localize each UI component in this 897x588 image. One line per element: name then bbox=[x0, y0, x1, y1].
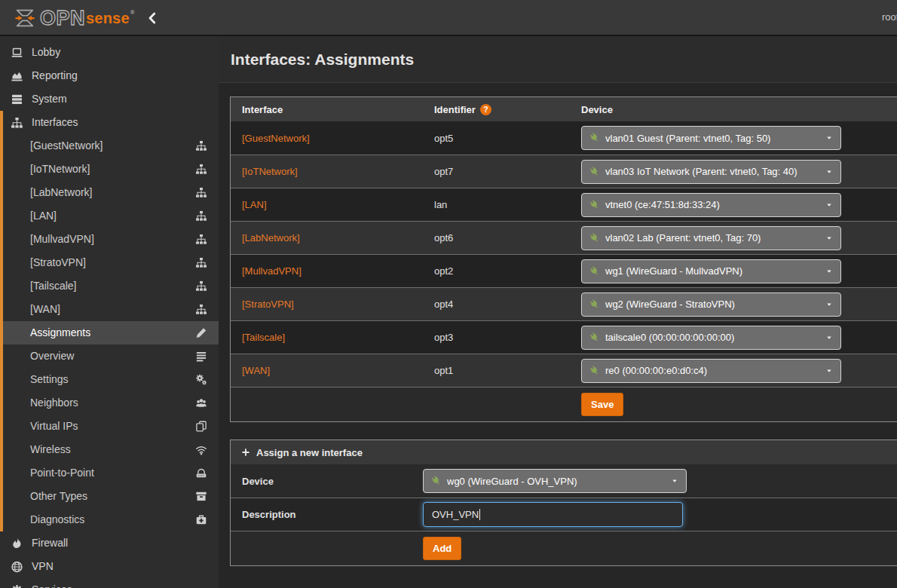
medkit-icon bbox=[195, 514, 207, 525]
device-select[interactable]: vtnet0 (ce:47:51:8d:33:24) bbox=[581, 193, 841, 217]
device-select[interactable]: vlan02 Lab (Parent: vtnet0, Tag: 70) bbox=[581, 226, 841, 250]
navbar-username[interactable]: root bbox=[882, 11, 897, 23]
sidebar-item-label: Other Types bbox=[30, 485, 195, 508]
plus-icon bbox=[241, 448, 250, 457]
interface-link[interactable]: [LabNetwork] bbox=[242, 232, 300, 243]
device-select[interactable]: tailscale0 (00:00:00:00:00:00) bbox=[581, 326, 841, 350]
identifier-value: opt4 bbox=[423, 299, 570, 310]
registered-mark: ® bbox=[130, 9, 135, 16]
top-navbar: OPNsense® root bbox=[0, 0, 897, 36]
sidebar-item-strato-vpn[interactable]: [StratoVPN] bbox=[3, 251, 219, 274]
copy-icon bbox=[195, 421, 207, 432]
sidebar-item-label: Point-to-Point bbox=[30, 461, 195, 485]
panel-header-label: Assign a new interface bbox=[256, 447, 363, 458]
interface-link[interactable]: [IoTNetwork] bbox=[242, 166, 298, 177]
add-button[interactable]: Add bbox=[423, 537, 461, 560]
sidebar-item-wan[interactable]: [WAN] bbox=[3, 298, 219, 321]
sidebar-item-overview[interactable]: Overview bbox=[3, 345, 219, 368]
device-select-value: vlan01 Guest (Parent: vtnet0, Tag: 50) bbox=[605, 133, 819, 144]
identifier-value: lan bbox=[423, 199, 570, 210]
chevron-left-icon[interactable] bbox=[146, 12, 158, 24]
device-select-value: vlan02 Lab (Parent: vtnet0, Tag: 70) bbox=[605, 232, 819, 243]
column-header-interface: Interface bbox=[231, 104, 423, 115]
plug-icon bbox=[589, 233, 600, 243]
interface-link[interactable]: [Tailscale] bbox=[242, 332, 285, 343]
sidebar-item-diagnostics[interactable]: Diagnostics bbox=[3, 508, 219, 531]
globe-icon bbox=[11, 561, 23, 573]
sidebar-item-label: Interfaces bbox=[32, 111, 78, 134]
sidebar-item-point-to-point[interactable]: Point-to-Point bbox=[3, 461, 219, 485]
sidebar-item-mullvad-vpn[interactable]: [MullvadVPN] bbox=[3, 228, 219, 251]
sidebar-item-settings[interactable]: Settings bbox=[3, 368, 219, 391]
sidebar-item-iot-network[interactable]: [IoTNetwork] bbox=[3, 158, 219, 181]
opnsense-logo-icon bbox=[12, 7, 38, 29]
new-device-select[interactable]: wg0 (WireGuard - OVH_VPN) bbox=[423, 469, 687, 493]
brand-logo[interactable]: OPNsense® bbox=[12, 6, 134, 30]
device-select[interactable]: re0 (00:00:00:e0:d0:c4) bbox=[581, 359, 841, 383]
sidebar-item-firewall[interactable]: Firewall bbox=[0, 531, 219, 555]
sidebar-item-system[interactable]: System bbox=[0, 87, 219, 111]
device-select-value: wg2 (WireGuard - StratoVPN) bbox=[605, 299, 819, 310]
sidebar-item-other-types[interactable]: Other Types bbox=[3, 485, 219, 508]
sidebar-item-label: Lobby bbox=[32, 41, 60, 64]
sidebar-item-lab-network[interactable]: [LabNetwork] bbox=[3, 181, 219, 204]
device-select[interactable]: wg1 (WireGuard - MullvadVPN) bbox=[581, 259, 841, 283]
column-header-device: Device bbox=[570, 104, 897, 115]
device-label: Device bbox=[231, 476, 423, 487]
caret-down-icon bbox=[825, 169, 833, 175]
plug-icon bbox=[589, 133, 600, 143]
device-select[interactable]: wg2 (WireGuard - StratoVPN) bbox=[581, 292, 841, 317]
sidebar-item-lan[interactable]: [LAN] bbox=[3, 204, 219, 228]
description-input[interactable]: OVH_VPN bbox=[423, 502, 683, 527]
interface-link[interactable]: [MullvadVPN] bbox=[242, 265, 302, 277]
identifier-value: opt3 bbox=[423, 332, 570, 343]
gears-icon bbox=[195, 374, 207, 385]
device-select[interactable]: vlan03 IoT Network (Parent: vtnet0, Tag:… bbox=[581, 160, 841, 184]
caret-down-icon bbox=[825, 135, 833, 141]
brand-text-opn: OPN bbox=[40, 7, 85, 30]
device-select-value: re0 (00:00:00:e0:d0:c4) bbox=[605, 365, 819, 376]
device-select-value: vtnet0 (ce:47:51:8d:33:24) bbox=[605, 199, 819, 210]
interface-link[interactable]: [WAN] bbox=[242, 365, 270, 376]
caret-down-icon bbox=[825, 368, 833, 374]
list-icon bbox=[195, 351, 207, 362]
sidebar-item-neighbors[interactable]: Neighbors bbox=[3, 391, 219, 415]
interface-link[interactable]: [StratoVPN] bbox=[242, 299, 294, 310]
assignments-table: Interface Identifier ? Device [GuestNetw… bbox=[230, 96, 897, 422]
device-select-value: wg1 (WireGuard - MullvadVPN) bbox=[605, 265, 819, 277]
fire-icon bbox=[11, 537, 23, 550]
sidebar-item-tailscale[interactable]: [Tailscale] bbox=[3, 274, 219, 298]
save-button[interactable]: Save bbox=[581, 393, 623, 416]
sidebar-item-virtual-ips[interactable]: Virtual IPs bbox=[3, 415, 219, 438]
modem-icon bbox=[195, 467, 207, 479]
interface-link[interactable]: [GuestNetwork] bbox=[242, 133, 310, 144]
sidebar-item-vpn[interactable]: VPN bbox=[0, 555, 219, 578]
laptop-icon bbox=[11, 47, 23, 59]
caret-down-icon bbox=[825, 202, 833, 208]
question-circle-icon[interactable]: ? bbox=[480, 104, 491, 115]
sitemap-icon bbox=[195, 187, 207, 198]
plug-icon bbox=[589, 167, 600, 177]
sidebar-item-services[interactable]: Services bbox=[0, 578, 219, 588]
sidebar-item-label: Overview bbox=[30, 345, 195, 368]
sidebar-item-wireless[interactable]: Wireless bbox=[3, 438, 219, 461]
table-footer-row: Save bbox=[231, 387, 897, 421]
sidebar-item-interfaces[interactable]: Interfaces bbox=[3, 111, 219, 134]
sidebar-item-assignments[interactable]: Assignments bbox=[3, 321, 219, 345]
archive-icon bbox=[195, 491, 207, 502]
interface-link[interactable]: [LAN] bbox=[242, 199, 267, 210]
description-input-value: OVH_VPN bbox=[432, 509, 479, 520]
table-row: [IoTNetwork] opt7 vlan03 IoT Network (Pa… bbox=[231, 155, 897, 188]
device-select[interactable]: vlan01 Guest (Parent: vtnet0, Tag: 50) bbox=[581, 126, 841, 150]
sidebar-item-reporting[interactable]: Reporting bbox=[0, 64, 219, 87]
column-header-identifier: Identifier ? bbox=[423, 104, 570, 115]
content-header: Interfaces: Assignments bbox=[219, 36, 897, 83]
sidebar-item-guest-network[interactable]: [GuestNetwork] bbox=[3, 134, 219, 158]
sidebar-item-label: [StratoVPN] bbox=[30, 251, 195, 274]
gear-icon bbox=[11, 584, 23, 588]
sidebar-item-lobby[interactable]: Lobby bbox=[0, 41, 219, 64]
device-select-value: tailscale0 (00:00:00:00:00:00) bbox=[605, 332, 819, 343]
table-row: [WAN] opt1 re0 (00:00:00:e0:d0:c4) bbox=[231, 354, 897, 387]
identifier-value: opt5 bbox=[423, 133, 570, 144]
plug-icon bbox=[431, 476, 442, 486]
